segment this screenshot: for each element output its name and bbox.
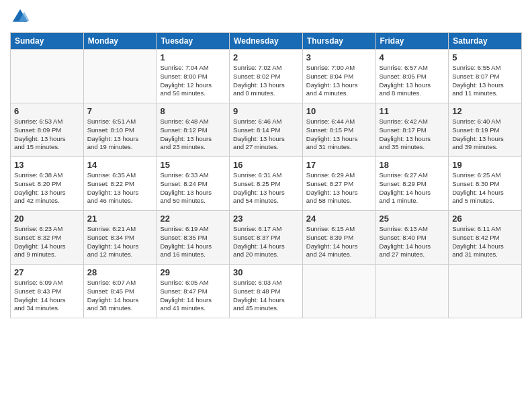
calendar-header-sunday: Sunday xyxy=(11,33,84,50)
day-info: Sunrise: 7:04 AM Sunset: 8:00 PM Dayligh… xyxy=(160,64,226,98)
calendar-cell: 3Sunrise: 7:00 AM Sunset: 8:04 PM Daylig… xyxy=(302,50,375,103)
day-number: 19 xyxy=(452,160,518,170)
calendar-cell: 26Sunrise: 6:11 AM Sunset: 8:42 PM Dayli… xyxy=(449,211,522,265)
day-number: 3 xyxy=(306,52,372,62)
day-info: Sunrise: 6:35 AM Sunset: 8:22 PM Dayligh… xyxy=(87,171,153,205)
logo xyxy=(10,7,33,27)
day-info: Sunrise: 7:00 AM Sunset: 8:04 PM Dayligh… xyxy=(306,64,372,98)
day-info: Sunrise: 6:09 AM Sunset: 8:43 PM Dayligh… xyxy=(14,279,80,313)
day-number: 28 xyxy=(87,267,153,277)
day-info: Sunrise: 6:48 AM Sunset: 8:12 PM Dayligh… xyxy=(160,118,226,152)
logo-icon xyxy=(10,7,30,27)
day-info: Sunrise: 6:44 AM Sunset: 8:15 PM Dayligh… xyxy=(306,118,372,152)
day-number: 26 xyxy=(452,214,518,224)
day-number: 7 xyxy=(87,106,153,116)
day-info: Sunrise: 6:33 AM Sunset: 8:24 PM Dayligh… xyxy=(160,171,226,205)
day-number: 8 xyxy=(160,106,226,116)
day-number: 29 xyxy=(160,267,226,277)
day-info: Sunrise: 6:13 AM Sunset: 8:40 PM Dayligh… xyxy=(380,225,445,259)
calendar-cell: 28Sunrise: 6:07 AM Sunset: 8:45 PM Dayli… xyxy=(83,265,157,318)
calendar-cell: 25Sunrise: 6:13 AM Sunset: 8:40 PM Dayli… xyxy=(375,211,449,265)
day-info: Sunrise: 6:27 AM Sunset: 8:29 PM Dayligh… xyxy=(380,171,445,205)
calendar-week-row: 13Sunrise: 6:38 AM Sunset: 8:20 PM Dayli… xyxy=(11,157,522,211)
day-info: Sunrise: 6:53 AM Sunset: 8:09 PM Dayligh… xyxy=(14,118,80,152)
calendar-cell: 20Sunrise: 6:23 AM Sunset: 8:32 PM Dayli… xyxy=(11,211,84,265)
calendar-cell: 5Sunrise: 6:55 AM Sunset: 8:07 PM Daylig… xyxy=(449,50,522,103)
calendar-cell: 13Sunrise: 6:38 AM Sunset: 8:20 PM Dayli… xyxy=(11,157,84,211)
day-number: 4 xyxy=(380,52,445,62)
day-info: Sunrise: 6:29 AM Sunset: 8:27 PM Dayligh… xyxy=(306,171,372,205)
day-number: 14 xyxy=(87,160,153,170)
day-info: Sunrise: 6:55 AM Sunset: 8:07 PM Dayligh… xyxy=(452,64,518,98)
calendar-cell: 16Sunrise: 6:31 AM Sunset: 8:25 PM Dayli… xyxy=(230,157,303,211)
calendar-header-thursday: Thursday xyxy=(302,33,375,50)
calendar-cell: 19Sunrise: 6:25 AM Sunset: 8:30 PM Dayli… xyxy=(449,157,522,211)
calendar-cell: 15Sunrise: 6:33 AM Sunset: 8:24 PM Dayli… xyxy=(157,157,230,211)
page-header xyxy=(10,7,522,27)
day-info: Sunrise: 6:51 AM Sunset: 8:10 PM Dayligh… xyxy=(87,118,153,152)
day-info: Sunrise: 6:31 AM Sunset: 8:25 PM Dayligh… xyxy=(233,171,299,205)
day-info: Sunrise: 6:23 AM Sunset: 8:32 PM Dayligh… xyxy=(14,225,80,259)
day-number: 10 xyxy=(306,106,372,116)
day-info: Sunrise: 6:11 AM Sunset: 8:42 PM Dayligh… xyxy=(452,225,518,259)
day-info: Sunrise: 6:25 AM Sunset: 8:30 PM Dayligh… xyxy=(452,171,518,205)
day-info: Sunrise: 6:46 AM Sunset: 8:14 PM Dayligh… xyxy=(233,118,299,152)
day-info: Sunrise: 6:38 AM Sunset: 8:20 PM Dayligh… xyxy=(14,171,80,205)
calendar-week-row: 6Sunrise: 6:53 AM Sunset: 8:09 PM Daylig… xyxy=(11,103,522,157)
calendar-header-saturday: Saturday xyxy=(449,33,522,50)
calendar-cell xyxy=(302,265,375,318)
day-info: Sunrise: 6:03 AM Sunset: 8:48 PM Dayligh… xyxy=(233,279,299,313)
calendar-cell: 10Sunrise: 6:44 AM Sunset: 8:15 PM Dayli… xyxy=(302,103,375,157)
calendar-cell: 23Sunrise: 6:17 AM Sunset: 8:37 PM Dayli… xyxy=(230,211,303,265)
day-number: 6 xyxy=(14,106,80,116)
day-number: 30 xyxy=(233,267,299,277)
day-number: 13 xyxy=(14,160,80,170)
calendar-cell: 9Sunrise: 6:46 AM Sunset: 8:14 PM Daylig… xyxy=(230,103,303,157)
day-info: Sunrise: 6:57 AM Sunset: 8:05 PM Dayligh… xyxy=(380,64,445,98)
day-number: 20 xyxy=(14,214,80,224)
calendar-cell: 4Sunrise: 6:57 AM Sunset: 8:05 PM Daylig… xyxy=(375,50,449,103)
calendar-cell: 11Sunrise: 6:42 AM Sunset: 8:17 PM Dayli… xyxy=(375,103,449,157)
calendar-cell: 17Sunrise: 6:29 AM Sunset: 8:27 PM Dayli… xyxy=(302,157,375,211)
calendar-cell: 6Sunrise: 6:53 AM Sunset: 8:09 PM Daylig… xyxy=(11,103,84,157)
calendar-cell: 8Sunrise: 6:48 AM Sunset: 8:12 PM Daylig… xyxy=(157,103,230,157)
calendar-cell xyxy=(375,265,449,318)
calendar-week-row: 20Sunrise: 6:23 AM Sunset: 8:32 PM Dayli… xyxy=(11,211,522,265)
calendar-cell: 1Sunrise: 7:04 AM Sunset: 8:00 PM Daylig… xyxy=(157,50,230,103)
day-number: 9 xyxy=(233,106,299,116)
calendar-week-row: 1Sunrise: 7:04 AM Sunset: 8:00 PM Daylig… xyxy=(11,50,522,103)
day-number: 5 xyxy=(452,52,518,62)
calendar-cell: 7Sunrise: 6:51 AM Sunset: 8:10 PM Daylig… xyxy=(83,103,157,157)
day-number: 1 xyxy=(160,52,226,62)
calendar-table: SundayMondayTuesdayWednesdayThursdayFrid… xyxy=(10,32,522,318)
calendar-cell: 18Sunrise: 6:27 AM Sunset: 8:29 PM Dayli… xyxy=(375,157,449,211)
day-info: Sunrise: 6:19 AM Sunset: 8:35 PM Dayligh… xyxy=(160,225,226,259)
day-info: Sunrise: 6:21 AM Sunset: 8:34 PM Dayligh… xyxy=(87,225,153,259)
day-number: 27 xyxy=(14,267,80,277)
day-number: 22 xyxy=(160,214,226,224)
calendar-cell: 29Sunrise: 6:05 AM Sunset: 8:47 PM Dayli… xyxy=(157,265,230,318)
calendar-cell: 14Sunrise: 6:35 AM Sunset: 8:22 PM Dayli… xyxy=(83,157,157,211)
day-info: Sunrise: 6:40 AM Sunset: 8:19 PM Dayligh… xyxy=(452,118,518,152)
day-number: 21 xyxy=(87,214,153,224)
day-info: Sunrise: 6:42 AM Sunset: 8:17 PM Dayligh… xyxy=(380,118,445,152)
calendar-header-wednesday: Wednesday xyxy=(230,33,303,50)
calendar-header-monday: Monday xyxy=(83,33,157,50)
day-info: Sunrise: 6:15 AM Sunset: 8:39 PM Dayligh… xyxy=(306,225,372,259)
day-number: 25 xyxy=(380,214,445,224)
day-number: 2 xyxy=(233,52,299,62)
day-info: Sunrise: 7:02 AM Sunset: 8:02 PM Dayligh… xyxy=(233,64,299,98)
calendar-cell xyxy=(83,50,157,103)
day-number: 15 xyxy=(160,160,226,170)
calendar-cell xyxy=(449,265,522,318)
calendar-cell: 22Sunrise: 6:19 AM Sunset: 8:35 PM Dayli… xyxy=(157,211,230,265)
calendar-cell xyxy=(11,50,84,103)
calendar-header-row: SundayMondayTuesdayWednesdayThursdayFrid… xyxy=(11,33,522,50)
day-number: 24 xyxy=(306,214,372,224)
day-info: Sunrise: 6:07 AM Sunset: 8:45 PM Dayligh… xyxy=(87,279,153,313)
day-info: Sunrise: 6:05 AM Sunset: 8:47 PM Dayligh… xyxy=(160,279,226,313)
day-number: 16 xyxy=(233,160,299,170)
day-number: 12 xyxy=(452,106,518,116)
day-number: 23 xyxy=(233,214,299,224)
day-number: 18 xyxy=(380,160,445,170)
